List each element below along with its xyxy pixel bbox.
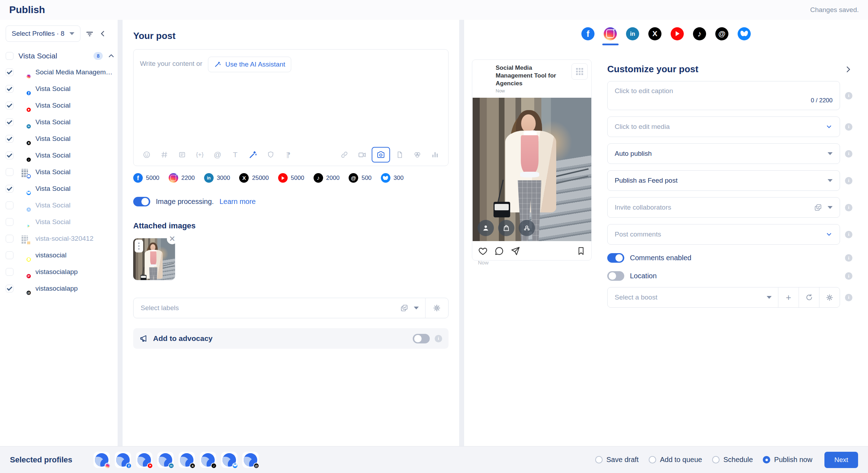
profile-checkbox[interactable] xyxy=(6,268,13,276)
radio-icon[interactable] xyxy=(712,456,720,463)
grid-view-button[interactable] xyxy=(571,63,588,80)
shield-button[interactable] xyxy=(263,147,279,163)
snippets-button[interactable] xyxy=(174,147,190,163)
post-comments-field[interactable]: Post comments xyxy=(607,224,840,245)
chevron-down-icon[interactable] xyxy=(828,206,833,209)
location-toggle[interactable] xyxy=(607,271,624,281)
post-type-select[interactable]: Publish as Feed post xyxy=(607,170,840,191)
select-profiles-dropdown[interactable]: Select Profiles · 8 xyxy=(6,25,80,42)
image-processing-toggle[interactable] xyxy=(133,197,150,206)
platform-tab[interactable] xyxy=(581,27,594,45)
profile-row[interactable]: vistasocial xyxy=(6,247,118,263)
attach-document-button[interactable] xyxy=(391,147,408,163)
profile-row[interactable]: Vista Social xyxy=(6,180,118,197)
profile-checkbox[interactable] xyxy=(6,285,13,292)
add-boost-button[interactable]: + xyxy=(778,287,799,307)
tag-people-button[interactable] xyxy=(478,220,494,236)
platform-tab[interactable] xyxy=(648,27,661,45)
refresh-boost-button[interactable] xyxy=(799,287,819,307)
info-icon[interactable]: i xyxy=(845,177,852,184)
radio-icon[interactable] xyxy=(595,456,603,463)
profile-checkbox[interactable] xyxy=(6,185,13,193)
profile-row[interactable]: Vista Social xyxy=(6,130,118,147)
profile-row[interactable]: Vista Social xyxy=(6,164,118,180)
expand-customize-button[interactable] xyxy=(844,65,852,74)
post-editor[interactable]: Write your content or Use the AI Assista… xyxy=(133,49,449,166)
comment-button[interactable] xyxy=(494,246,504,256)
next-button[interactable]: Next xyxy=(824,452,858,468)
boost-settings-button[interactable] xyxy=(819,287,840,307)
platform-tab[interactable] xyxy=(626,27,639,45)
profile-checkbox[interactable] xyxy=(6,235,13,243)
edit-media-field[interactable]: Click to edit media xyxy=(607,116,840,137)
platform-tab[interactable] xyxy=(671,27,684,45)
profile-row[interactable]: Vista Social xyxy=(6,97,118,114)
analytics-button[interactable] xyxy=(427,147,443,163)
profile-checkbox[interactable] xyxy=(6,68,13,76)
publish-option[interactable]: Schedule xyxy=(712,456,753,464)
profile-checkbox[interactable] xyxy=(6,152,13,159)
profile-checkbox[interactable] xyxy=(6,168,13,176)
profile-checkbox[interactable] xyxy=(6,135,13,143)
profile-group-header[interactable]: Vista Social 8 xyxy=(6,52,115,60)
info-icon[interactable]: i xyxy=(845,204,852,211)
attach-photo-button[interactable] xyxy=(372,147,390,163)
group-checkbox[interactable] xyxy=(6,52,13,60)
comments-enabled-toggle[interactable] xyxy=(607,253,624,263)
platform-tab[interactable] xyxy=(693,27,706,45)
collapse-sidebar-button[interactable] xyxy=(99,30,107,38)
info-icon[interactable]: i xyxy=(845,272,852,280)
profile-checkbox[interactable] xyxy=(6,218,13,226)
profile-row[interactable]: Vista Social xyxy=(6,80,118,97)
profile-row[interactable]: vistasocialapp xyxy=(6,263,118,280)
media-library-button[interactable] xyxy=(409,147,425,163)
info-icon[interactable]: i xyxy=(435,335,442,342)
platform-tab[interactable] xyxy=(715,27,728,45)
platform-tab[interactable] xyxy=(738,27,751,45)
bookmark-button[interactable] xyxy=(576,246,586,256)
indent-button[interactable]: ¶ xyxy=(280,147,297,163)
publish-option[interactable]: Save draft xyxy=(595,456,639,464)
ai-wand-button[interactable] xyxy=(245,147,261,163)
profile-row[interactable]: vista-social-320412 xyxy=(6,230,118,247)
caption-field[interactable]: Click to edit caption 0 / 2200 xyxy=(607,81,840,110)
radio-icon[interactable] xyxy=(763,456,770,463)
chevron-down-icon[interactable] xyxy=(825,231,833,238)
invite-collaborators-field[interactable]: Invite collaborators xyxy=(607,197,840,218)
editor-input-area[interactable]: Write your content or Use the AI Assista… xyxy=(134,50,448,144)
hashtag-button[interactable] xyxy=(156,147,173,163)
learn-more-link[interactable]: Learn more xyxy=(219,198,255,206)
info-icon[interactable]: i xyxy=(845,231,852,238)
chevron-down-icon[interactable] xyxy=(825,123,833,130)
info-icon[interactable]: i xyxy=(845,150,852,158)
auto-publish-select[interactable]: Auto publish xyxy=(607,143,840,164)
share-button[interactable] xyxy=(511,246,520,256)
copy-check-icon[interactable] xyxy=(814,204,822,211)
media-thumbnail[interactable] xyxy=(675,120,687,133)
radio-icon[interactable] xyxy=(649,456,656,463)
drag-handle-icon[interactable] xyxy=(135,240,143,252)
profile-row[interactable]: Vista Social xyxy=(6,213,118,230)
emoji-button[interactable] xyxy=(139,147,155,163)
profile-row[interactable]: Social Media Managem… xyxy=(6,64,118,80)
profile-row[interactable]: Vista Social xyxy=(6,197,118,213)
info-icon[interactable]: i xyxy=(845,123,852,131)
profile-checkbox[interactable] xyxy=(6,102,13,109)
group-collapse-button[interactable] xyxy=(108,52,115,59)
variables-button[interactable]: {+} xyxy=(192,147,208,163)
tag-products-button[interactable] xyxy=(498,220,514,236)
attach-video-button[interactable] xyxy=(354,147,370,163)
profile-row[interactable]: Vista Social xyxy=(6,147,118,164)
like-button[interactable] xyxy=(478,246,488,256)
profile-checkbox[interactable] xyxy=(6,251,13,259)
profile-row[interactable]: vistasocialapp xyxy=(6,280,118,297)
profile-checkbox[interactable] xyxy=(6,201,13,209)
ai-assistant-button[interactable]: Use the AI Assistant xyxy=(208,57,291,72)
labels-settings-button[interactable] xyxy=(425,298,448,318)
collaborators-button[interactable] xyxy=(519,220,535,236)
mention-button[interactable]: @ xyxy=(209,147,226,163)
chevron-down-icon[interactable] xyxy=(414,307,419,309)
boost-select-field[interactable]: Select a boost + xyxy=(607,287,840,308)
select-labels-field[interactable]: Select labels xyxy=(133,298,449,318)
filter-button[interactable] xyxy=(85,29,94,38)
